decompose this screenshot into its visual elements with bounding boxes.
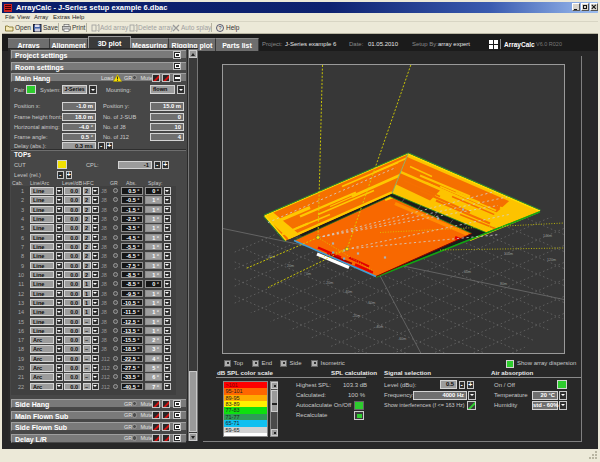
svg-text:0m: 0m [306,271,311,275]
svg-text:-40m: -40m [344,289,352,293]
svg-text:-60m: -60m [398,336,406,340]
svg-text:-40m: -40m [375,324,383,328]
svg-text:-60m: -60m [367,300,375,304]
svg-text:20m: 20m [287,263,294,267]
svg-text:140m: 140m [543,233,552,237]
svg-text:60m: 60m [464,269,471,273]
svg-text:100m: 100m [504,251,513,255]
svg-text:120m: 120m [547,257,556,261]
svg-text:-20m: -20m [352,313,360,317]
svg-text:80m: 80m [500,281,507,285]
svg-text:-20m: -20m [325,280,333,284]
svg-text:?: ? [218,25,221,31]
